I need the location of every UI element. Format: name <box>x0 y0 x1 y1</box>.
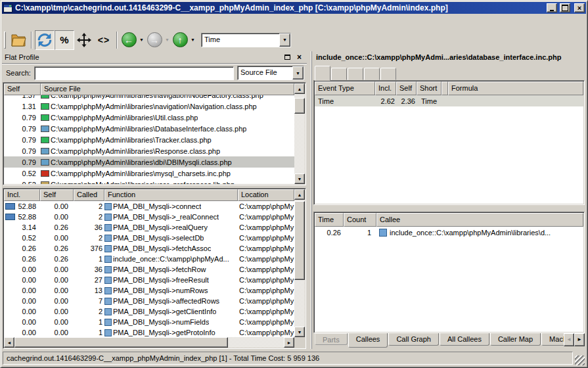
search-label: Search: <box>6 69 31 77</box>
source-file-row[interactable]: 0.52 C:\xampp\phpMyAdmin\libraries\user_… <box>4 179 294 184</box>
reload-button[interactable] <box>35 30 55 50</box>
group-by-select[interactable]: Source File ▼ <box>237 66 304 80</box>
tab-call-graph[interactable]: Call Graph <box>388 333 439 346</box>
menu-item-go[interactable] <box>27 20 37 22</box>
float-panel-button[interactable] <box>283 53 292 62</box>
source-file-row[interactable]: 0.79 C:\xampp\phpMyAdmin\libraries\Respo… <box>4 145 294 156</box>
minimize-button[interactable] <box>547 3 557 12</box>
event-type-row[interactable]: Time 2.62 2.36 Time <box>315 95 583 106</box>
column-header-self[interactable]: Self <box>396 81 417 95</box>
scrollbar-thumb[interactable] <box>294 98 305 114</box>
source-file-row[interactable]: 0.79 C:\xampp\phpMyAdmin\libraries\Datab… <box>4 123 294 134</box>
column-header-time[interactable]: Time <box>315 213 344 227</box>
back-button[interactable]: ← <box>120 30 137 50</box>
tab-types[interactable] <box>315 66 330 81</box>
tab-scroll-left-icon[interactable]: ◄ <box>564 333 574 346</box>
toolbar-handle[interactable] <box>4 32 6 49</box>
search-input[interactable] <box>34 66 234 80</box>
tab-callees[interactable]: Callees <box>348 333 388 348</box>
tab-source-code[interactable] <box>380 68 396 80</box>
column-header-incl[interactable]: Incl. <box>4 189 40 201</box>
function-row[interactable]: 0.00 0.00 27 PMA_DBI_Mysqli->freeResult … <box>4 275 294 285</box>
column-header-count[interactable]: Count <box>344 213 376 227</box>
function-row[interactable]: 0.26 0.26 1 include_once::C:\xampp\phpMy… <box>4 254 294 264</box>
menu-item-file[interactable] <box>6 20 16 22</box>
scroll-down-icon[interactable]: ▼ <box>294 173 305 184</box>
forward-button[interactable]: → <box>146 30 163 50</box>
scroll-right-icon[interactable]: ► <box>284 337 294 348</box>
close-button[interactable]: × <box>574 3 585 12</box>
function-row[interactable]: 0.00 0.00 2 PMA_DBI_Mysqli->getClientInf… <box>4 306 294 317</box>
menu-item-help[interactable] <box>48 20 58 22</box>
column-header-function[interactable]: Function <box>104 189 238 201</box>
up-button[interactable]: ↑ <box>171 30 189 50</box>
tab-parts[interactable]: Parts <box>315 333 348 345</box>
function-row[interactable]: 3.14 0.26 36 PMA_DBI_Mysqli->realQuery C… <box>4 222 294 233</box>
tab-all-callers[interactable] <box>348 68 363 80</box>
column-header-source-file[interactable]: Source File <box>41 83 294 95</box>
percent-toggle-button[interactable]: % <box>55 30 74 50</box>
function-list-hscrollbar[interactable]: ◄ ► <box>4 337 294 348</box>
column-header-formula[interactable]: Formula <box>448 81 583 95</box>
detail-splitter[interactable] <box>313 205 586 212</box>
forward-dropdown-arrow[interactable]: ▼ <box>163 32 171 47</box>
function-row[interactable]: 0.00 0.00 1 PMA_DBI_Mysqli->getProtoInfo… <box>4 327 294 338</box>
source-file-row[interactable]: 0.79 C:\xampp\phpMyAdmin\libraries\Util.… <box>4 112 294 123</box>
tab-caller-map[interactable]: Caller Map <box>490 333 541 346</box>
column-header-called[interactable]: Called <box>74 189 104 201</box>
tab-scroll-right-icon[interactable]: ► <box>574 333 585 346</box>
function-row[interactable]: 52.88 0.00 2 PMA_DBI_Mysqli->connect C:\… <box>4 201 294 212</box>
cycle-detection-button[interactable]: <> <box>94 30 114 50</box>
scroll-down-icon[interactable]: ▼ <box>294 327 305 337</box>
function-row[interactable]: 0.00 0.00 1 PMA_DBI_Mysqli->numFields C:… <box>4 317 294 327</box>
source-file-row[interactable]: 0.79 C:\xampp\phpMyAdmin\libraries\Track… <box>4 134 294 145</box>
open-file-button[interactable] <box>9 30 28 50</box>
close-panel-button[interactable]: × <box>294 53 304 62</box>
maximize-button[interactable] <box>560 3 570 12</box>
function-row[interactable]: 0.00 0.00 7 PMA_DBI_Mysqli->affectedRows… <box>4 296 294 306</box>
column-header-self[interactable]: Self <box>40 189 74 201</box>
scrollbar-thumb[interactable] <box>14 337 228 348</box>
flat-profile-titlebar: Flat Profile × <box>2 51 307 64</box>
column-header-event-type[interactable]: Event Type <box>315 81 375 95</box>
scroll-left-icon[interactable]: ◄ <box>4 337 14 348</box>
chevron-down-icon[interactable]: ▼ <box>279 34 290 47</box>
status-bar: cachegrind.out.1416463299-C__xampp_phpMy… <box>2 349 586 366</box>
source-file-row[interactable]: 0.79 C:\xampp\phpMyAdmin\libraries\dbi\D… <box>4 156 294 168</box>
column-header-incl[interactable]: Incl. <box>375 81 396 95</box>
function-row[interactable]: 52.88 0.00 2 PMA_DBI_Mysqli->_realConnec… <box>4 212 294 222</box>
source-file-row[interactable]: 1.37 C:\xampp\phpMyAdmin\libraries\navig… <box>4 95 294 101</box>
tab-callee-map[interactable] <box>364 68 380 80</box>
column-header-self[interactable]: Self <box>4 83 41 95</box>
main-splitter[interactable] <box>307 51 311 349</box>
menu-item-view[interactable] <box>16 20 27 22</box>
column-header-blank[interactable] <box>441 81 448 95</box>
function-row[interactable]: 0.52 0.00 2 PMA_DBI_Mysqli->selectDb C:\… <box>4 233 294 243</box>
chevron-down-icon[interactable]: ▼ <box>292 66 304 80</box>
function-row[interactable]: 0.26 0.26 376 PMA_DBI_Mysqli->fetchAssoc… <box>4 243 294 254</box>
callee-row[interactable]: 0.26 1 include_once::C:\xampp\phpMyAdmin… <box>315 227 583 238</box>
column-header-location[interactable]: Location <box>238 189 294 201</box>
resize-grip-icon[interactable] <box>575 356 585 365</box>
back-dropdown-arrow[interactable]: ▼ <box>137 32 146 47</box>
tab-callers[interactable] <box>331 68 347 80</box>
column-header-short[interactable]: Short <box>417 81 441 95</box>
function-list-vscrollbar[interactable]: ▲ ▼ <box>294 189 305 337</box>
event-type-select[interactable]: Time ▼ <box>201 33 291 47</box>
column-header-callee[interactable]: Callee <box>376 213 583 227</box>
function-icon <box>104 256 112 263</box>
up-dropdown-arrow[interactable]: ▼ <box>189 32 197 47</box>
source-list-scrollbar[interactable]: ▲ ▼ <box>294 83 305 184</box>
source-file-row[interactable]: 1.31 C:\xampp\phpMyAdmin\libraries\navig… <box>4 101 294 112</box>
function-row[interactable]: 0.00 0.00 13 PMA_DBI_Mysqli->numRows C:\… <box>4 285 294 296</box>
scrollbar-thumb[interactable] <box>294 201 305 280</box>
source-list-header: Self Source File <box>4 83 294 95</box>
scroll-up-icon[interactable]: ▲ <box>294 83 305 94</box>
source-file-row[interactable]: 0.52 C:\xampp\phpMyAdmin\libraries\mysql… <box>4 168 294 179</box>
expand-cost-button[interactable] <box>74 30 94 50</box>
tab-all-callees[interactable]: All Callees <box>440 333 489 346</box>
menu-item-settings[interactable] <box>37 20 48 22</box>
function-list-header: Incl. Self Called Function Location <box>4 189 294 201</box>
function-row[interactable]: 0.00 0.00 36 PMA_DBI_Mysqli->fetchRow C:… <box>4 264 294 275</box>
scroll-up-icon[interactable]: ▲ <box>294 189 305 200</box>
